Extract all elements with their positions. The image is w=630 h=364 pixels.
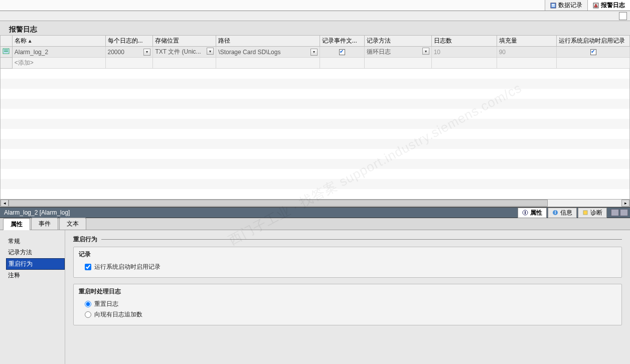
alarm-log-table: 名称▲ 每个日志的... 存储位置 路径 记录事件文... 记录方法 日志数 填… <box>0 35 630 69</box>
properties-icon <box>522 210 528 216</box>
svg-rect-1 <box>552 4 555 5</box>
horizontal-scrollbar[interactable]: ◂ ▸ <box>0 199 630 207</box>
checkbox-checked-icon[interactable] <box>590 49 596 55</box>
col-storage[interactable]: 存储位置 <box>153 36 216 47</box>
inspector-sub-tabs: 属性 事件 文本 <box>0 218 630 230</box>
subtab-properties[interactable]: 属性 <box>3 218 30 230</box>
cell-enable-on-start[interactable] <box>557 47 630 58</box>
nav-record-method[interactable]: 记录方法 <box>6 247 65 258</box>
group-record: 记录 运行系统启动时启用记录 <box>73 247 622 278</box>
inspector-nav: 常规 记录方法 重启行为 注释 <box>0 230 65 364</box>
append-log-radio[interactable] <box>85 311 91 318</box>
group-restart-title: 重启时处理日志 <box>79 287 616 296</box>
tab-data-records-label: 数据记录 <box>558 1 582 10</box>
inspector-tab-diagnostics[interactable]: 诊断 <box>578 208 607 218</box>
nav-restart-behavior[interactable]: 重启行为 <box>6 258 65 270</box>
scroll-right-icon[interactable]: ▸ <box>621 200 629 207</box>
cell-log-count[interactable]: 10 <box>431 47 497 58</box>
svg-rect-5 <box>4 50 8 51</box>
svg-text:i: i <box>555 210 556 216</box>
window-minimize-button[interactable] <box>620 209 628 216</box>
tab-data-records[interactable]: 数据记录 <box>545 0 587 11</box>
append-log-label: 向现有日志追加数 <box>94 310 142 319</box>
top-tab-bar: 数据记录 报警日志 <box>0 0 630 11</box>
svg-rect-8 <box>525 211 526 214</box>
col-enable-on-start[interactable]: 运行系统启动时启用记录 <box>557 36 630 47</box>
col-name[interactable]: 名称▲ <box>12 36 105 47</box>
cell-name[interactable]: Alarm_log_2 <box>12 47 105 58</box>
nav-comment[interactable]: 注释 <box>6 270 65 281</box>
scroll-left-icon[interactable]: ◂ <box>1 200 9 207</box>
window-layout-button[interactable] <box>611 209 619 216</box>
enable-on-start-label: 运行系统启动时启用记录 <box>94 263 161 271</box>
cell-record-event[interactable] <box>320 47 364 58</box>
group-restart-handling: 重启时处理日志 重置日志 向现有日志追加数 <box>73 284 622 325</box>
table-row[interactable]: Alarm_log_2 20000▾ TXT 文件 (Unic...▾ \Sto… <box>1 47 630 58</box>
inspector-tab-info[interactable]: i 信息 <box>548 208 577 218</box>
col-record-event[interactable]: 记录事件文... <box>320 36 364 47</box>
nav-general[interactable]: 常规 <box>6 236 65 247</box>
col-fill[interactable]: 填充量 <box>497 36 557 47</box>
inspector-content: 重启行为 记录 运行系统启动时启用记录 重启时处理日志 重置日志 向现有日志追加… <box>65 230 630 364</box>
grid-empty-rows <box>0 69 630 199</box>
tab-alarm-logs[interactable]: 报警日志 <box>587 0 630 11</box>
window-buttons <box>611 209 628 216</box>
checkbox-checked-icon[interactable] <box>339 49 345 55</box>
col-per-log[interactable]: 每个日志的... <box>105 36 153 47</box>
reset-log-label: 重置日志 <box>94 300 118 308</box>
subtab-events[interactable]: 事件 <box>31 218 58 230</box>
radio-append-log[interactable]: 向现有日志追加数 <box>79 309 616 320</box>
dropdown-icon[interactable]: ▾ <box>422 48 429 55</box>
col-record-method[interactable]: 记录方法 <box>364 36 431 47</box>
sort-asc-icon: ▲ <box>28 38 33 44</box>
inspector-body: 常规 记录方法 重启行为 注释 重启行为 记录 运行系统启动时启用记录 重启时处… <box>0 230 630 364</box>
cell-storage[interactable]: TXT 文件 (Unic...▾ <box>153 47 216 58</box>
info-icon: i <box>552 210 558 216</box>
content-heading: 重启行为 <box>73 235 622 244</box>
data-records-icon <box>550 3 556 9</box>
toolbar-button[interactable] <box>619 12 627 20</box>
dropdown-icon[interactable]: ▾ <box>310 49 318 56</box>
scroll-track[interactable] <box>9 200 621 207</box>
cell-path[interactable]: \Storage Card SD\Logs▾ <box>216 47 320 58</box>
alarm-logs-icon <box>593 3 599 9</box>
cell-fill[interactable]: 90 <box>497 47 557 58</box>
group-record-title: 记录 <box>79 250 616 259</box>
reset-log-radio[interactable] <box>85 301 91 307</box>
radio-reset-log[interactable]: 重置日志 <box>79 299 616 309</box>
section-title: 报警日志 <box>0 21 630 35</box>
row-header-corner <box>1 36 13 47</box>
inspector-header: Alarm_log_2 [Alarm_log] 属性 i 信息 诊断 <box>0 207 630 218</box>
enable-on-start-checkbox[interactable] <box>85 264 91 270</box>
table-header-row: 名称▲ 每个日志的... 存储位置 路径 记录事件文... 记录方法 日志数 填… <box>1 36 630 47</box>
svg-rect-6 <box>4 51 8 52</box>
subtab-texts[interactable]: 文本 <box>59 218 86 230</box>
cell-per-log[interactable]: 20000▾ <box>105 47 153 58</box>
tab-alarm-logs-label: 报警日志 <box>601 1 625 10</box>
inspector-title: Alarm_log_2 [Alarm_log] <box>2 209 70 216</box>
cell-record-method[interactable]: 循环日志▾ <box>364 47 431 58</box>
col-path[interactable]: 路径 <box>216 36 320 47</box>
grid-area: 名称▲ 每个日志的... 存储位置 路径 记录事件文... 记录方法 日志数 填… <box>0 35 630 207</box>
mini-toolbar <box>0 11 630 21</box>
diagnostics-icon <box>582 210 588 216</box>
scroll-thumb[interactable] <box>9 200 548 207</box>
dropdown-icon[interactable]: ▾ <box>207 48 214 55</box>
col-log-count[interactable]: 日志数 <box>431 36 497 47</box>
add-row[interactable]: <添加> <box>1 58 630 69</box>
row-icon <box>1 47 13 58</box>
spinner-icon[interactable]: ▾ <box>143 49 150 56</box>
svg-rect-2 <box>552 6 555 7</box>
checkbox-enable-on-start[interactable]: 运行系统启动时启用记录 <box>79 262 616 272</box>
svg-rect-11 <box>583 211 587 215</box>
inspector-tab-properties[interactable]: 属性 <box>518 208 547 218</box>
